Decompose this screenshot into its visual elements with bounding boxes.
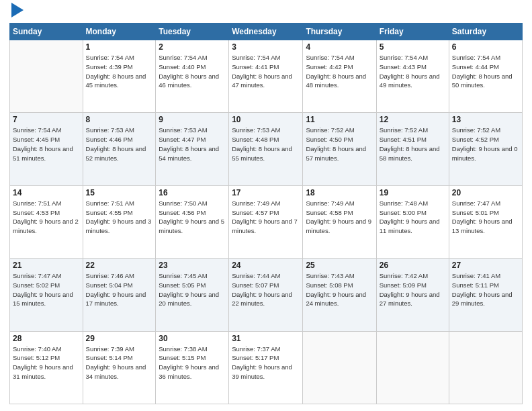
- day-info: Sunrise: 7:53 AMSunset: 4:48 PMDaylight:…: [232, 126, 300, 163]
- table-row: 12Sunrise: 7:52 AMSunset: 4:51 PMDayligh…: [376, 113, 449, 185]
- table-row: 22Sunrise: 7:46 AMSunset: 5:04 PMDayligh…: [83, 259, 156, 331]
- calendar-header-row: Sunday Monday Tuesday Wednesday Thursday…: [10, 24, 523, 40]
- day-number: 20: [452, 188, 519, 197]
- day-info: Sunrise: 7:53 AMSunset: 4:47 PMDaylight:…: [159, 126, 226, 163]
- table-row: 6Sunrise: 7:54 AMSunset: 4:44 PMDaylight…: [449, 40, 522, 113]
- day-number: 22: [86, 261, 153, 270]
- day-info: Sunrise: 7:52 AMSunset: 4:52 PMDaylight:…: [452, 126, 519, 163]
- day-number: 19: [380, 188, 446, 197]
- header: [9, 7, 523, 17]
- table-row: 29Sunrise: 7:39 AMSunset: 5:14 PMDayligh…: [83, 331, 156, 404]
- logo: [9, 9, 24, 17]
- day-number: 30: [159, 334, 226, 343]
- day-number: 26: [380, 261, 446, 270]
- table-row: 15Sunrise: 7:51 AMSunset: 4:55 PMDayligh…: [83, 185, 156, 258]
- day-number: 16: [159, 188, 226, 197]
- day-info: Sunrise: 7:37 AMSunset: 5:17 PMDaylight:…: [232, 345, 300, 381]
- table-row: 7Sunrise: 7:54 AMSunset: 4:45 PMDaylight…: [10, 113, 83, 185]
- col-monday: Monday: [83, 24, 156, 40]
- col-friday: Friday: [376, 24, 449, 40]
- table-row: 31Sunrise: 7:37 AMSunset: 5:17 PMDayligh…: [229, 331, 303, 404]
- day-number: 18: [306, 188, 373, 197]
- day-number: 14: [13, 188, 80, 197]
- day-info: Sunrise: 7:54 AMSunset: 4:40 PMDaylight:…: [159, 53, 226, 90]
- day-info: Sunrise: 7:53 AMSunset: 4:46 PMDaylight:…: [86, 126, 153, 163]
- table-row: 13Sunrise: 7:52 AMSunset: 4:52 PMDayligh…: [449, 113, 522, 185]
- col-wednesday: Wednesday: [229, 24, 303, 40]
- day-number: 25: [306, 261, 373, 270]
- table-row: 5Sunrise: 7:54 AMSunset: 4:43 PMDaylight…: [376, 40, 449, 113]
- day-number: 7: [13, 115, 80, 124]
- day-number: 11: [306, 115, 373, 124]
- table-row: 17Sunrise: 7:49 AMSunset: 4:57 PMDayligh…: [229, 185, 303, 258]
- col-tuesday: Tuesday: [156, 24, 229, 40]
- day-number: 6: [452, 42, 519, 52]
- calendar-week-row: 21Sunrise: 7:47 AMSunset: 5:02 PMDayligh…: [10, 259, 523, 331]
- table-row: 26Sunrise: 7:42 AMSunset: 5:09 PMDayligh…: [376, 259, 449, 331]
- table-row: 10Sunrise: 7:53 AMSunset: 4:48 PMDayligh…: [229, 113, 303, 185]
- table-row: 18Sunrise: 7:49 AMSunset: 4:58 PMDayligh…: [303, 185, 376, 258]
- day-info: Sunrise: 7:51 AMSunset: 4:55 PMDaylight:…: [86, 199, 153, 236]
- table-row: 23Sunrise: 7:45 AMSunset: 5:05 PMDayligh…: [156, 259, 229, 331]
- day-info: Sunrise: 7:46 AMSunset: 5:04 PMDaylight:…: [86, 271, 153, 308]
- day-info: Sunrise: 7:45 AMSunset: 5:05 PMDaylight:…: [159, 271, 226, 308]
- svg-marker-0: [11, 3, 24, 17]
- day-info: Sunrise: 7:54 AMSunset: 4:39 PMDaylight:…: [86, 53, 153, 90]
- day-number: 27: [452, 261, 519, 270]
- day-info: Sunrise: 7:54 AMSunset: 4:43 PMDaylight:…: [380, 53, 446, 90]
- day-number: 13: [452, 115, 519, 124]
- day-info: Sunrise: 7:42 AMSunset: 5:09 PMDaylight:…: [380, 271, 446, 308]
- day-number: 17: [232, 188, 300, 197]
- day-number: 3: [232, 42, 300, 52]
- day-number: 24: [232, 261, 300, 270]
- table-row: [10, 40, 83, 113]
- day-info: Sunrise: 7:54 AMSunset: 4:41 PMDaylight:…: [232, 53, 300, 90]
- table-row: 30Sunrise: 7:38 AMSunset: 5:15 PMDayligh…: [156, 331, 229, 404]
- table-row: 16Sunrise: 7:50 AMSunset: 4:56 PMDayligh…: [156, 185, 229, 258]
- day-number: 4: [306, 42, 373, 52]
- table-row: 25Sunrise: 7:43 AMSunset: 5:08 PMDayligh…: [303, 259, 376, 331]
- day-info: Sunrise: 7:52 AMSunset: 4:50 PMDaylight:…: [306, 126, 373, 163]
- table-row: 11Sunrise: 7:52 AMSunset: 4:50 PMDayligh…: [303, 113, 376, 185]
- calendar-table: Sunday Monday Tuesday Wednesday Thursday…: [9, 23, 523, 404]
- calendar-week-row: 28Sunrise: 7:40 AMSunset: 5:12 PMDayligh…: [10, 331, 523, 404]
- col-thursday: Thursday: [303, 24, 376, 40]
- day-number: 2: [159, 42, 226, 52]
- table-row: 2Sunrise: 7:54 AMSunset: 4:40 PMDaylight…: [156, 40, 229, 113]
- day-number: 31: [232, 334, 300, 343]
- day-number: 8: [86, 115, 153, 124]
- day-info: Sunrise: 7:38 AMSunset: 5:15 PMDaylight:…: [159, 345, 226, 381]
- day-info: Sunrise: 7:50 AMSunset: 4:56 PMDaylight:…: [159, 199, 226, 236]
- table-row: [376, 331, 449, 404]
- day-info: Sunrise: 7:49 AMSunset: 4:57 PMDaylight:…: [232, 199, 300, 236]
- day-number: 23: [159, 261, 226, 270]
- day-number: 28: [13, 334, 80, 343]
- day-info: Sunrise: 7:54 AMSunset: 4:45 PMDaylight:…: [13, 126, 80, 163]
- table-row: 1Sunrise: 7:54 AMSunset: 4:39 PMDaylight…: [83, 40, 156, 113]
- table-row: [449, 331, 522, 404]
- day-info: Sunrise: 7:43 AMSunset: 5:08 PMDaylight:…: [306, 271, 373, 308]
- day-info: Sunrise: 7:51 AMSunset: 4:53 PMDaylight:…: [13, 199, 80, 236]
- day-number: 10: [232, 115, 300, 124]
- table-row: 20Sunrise: 7:47 AMSunset: 5:01 PMDayligh…: [449, 185, 522, 258]
- day-info: Sunrise: 7:54 AMSunset: 4:42 PMDaylight:…: [306, 53, 373, 90]
- day-info: Sunrise: 7:39 AMSunset: 5:14 PMDaylight:…: [86, 345, 153, 381]
- day-info: Sunrise: 7:47 AMSunset: 5:01 PMDaylight:…: [452, 199, 519, 236]
- col-saturday: Saturday: [449, 24, 522, 40]
- table-row: [303, 331, 376, 404]
- table-row: 3Sunrise: 7:54 AMSunset: 4:41 PMDaylight…: [229, 40, 303, 113]
- calendar-week-row: 14Sunrise: 7:51 AMSunset: 4:53 PMDayligh…: [10, 185, 523, 258]
- day-number: 1: [86, 42, 153, 52]
- table-row: 14Sunrise: 7:51 AMSunset: 4:53 PMDayligh…: [10, 185, 83, 258]
- table-row: 8Sunrise: 7:53 AMSunset: 4:46 PMDaylight…: [83, 113, 156, 185]
- table-row: 9Sunrise: 7:53 AMSunset: 4:47 PMDaylight…: [156, 113, 229, 185]
- table-row: 19Sunrise: 7:48 AMSunset: 5:00 PMDayligh…: [376, 185, 449, 258]
- table-row: 28Sunrise: 7:40 AMSunset: 5:12 PMDayligh…: [10, 331, 83, 404]
- table-row: 27Sunrise: 7:41 AMSunset: 5:11 PMDayligh…: [449, 259, 522, 331]
- col-sunday: Sunday: [10, 24, 83, 40]
- table-row: 4Sunrise: 7:54 AMSunset: 4:42 PMDaylight…: [303, 40, 376, 113]
- day-number: 29: [86, 334, 153, 343]
- day-info: Sunrise: 7:40 AMSunset: 5:12 PMDaylight:…: [13, 345, 80, 381]
- day-number: 21: [13, 261, 80, 270]
- day-number: 9: [159, 115, 226, 124]
